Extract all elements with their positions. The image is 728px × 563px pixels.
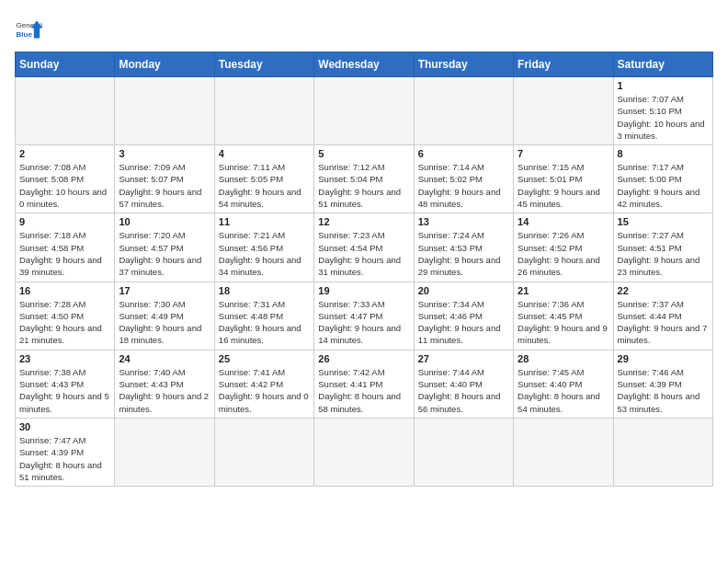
calendar-cell [314, 418, 414, 486]
column-header-thursday: Thursday [414, 52, 513, 77]
day-number: 5 [318, 148, 409, 159]
calendar-cell: 19Sunrise: 7:33 AM Sunset: 4:47 PM Dayli… [314, 282, 414, 350]
day-info: Sunrise: 7:15 AM Sunset: 5:01 PM Dayligh… [518, 161, 609, 210]
calendar-cell [115, 418, 214, 486]
calendar-cell: 7Sunrise: 7:15 AM Sunset: 5:01 PM Daylig… [514, 145, 613, 213]
calendar-cell [414, 418, 513, 486]
calendar-cell [214, 77, 313, 145]
day-info: Sunrise: 7:14 AM Sunset: 5:02 PM Dayligh… [418, 161, 509, 210]
day-number: 1 [618, 80, 709, 91]
day-info: Sunrise: 7:23 AM Sunset: 4:54 PM Dayligh… [318, 229, 409, 278]
calendar-week-row: 9Sunrise: 7:18 AM Sunset: 4:58 PM Daylig… [16, 213, 713, 282]
day-info: Sunrise: 7:27 AM Sunset: 4:51 PM Dayligh… [618, 229, 709, 278]
day-info: Sunrise: 7:20 AM Sunset: 4:57 PM Dayligh… [119, 229, 210, 278]
calendar-cell: 25Sunrise: 7:41 AM Sunset: 4:42 PM Dayli… [214, 350, 313, 418]
calendar-cell: 5Sunrise: 7:12 AM Sunset: 5:04 PM Daylig… [314, 145, 414, 213]
column-header-sunday: Sunday [16, 52, 115, 77]
calendar-cell: 4Sunrise: 7:11 AM Sunset: 5:05 PM Daylig… [214, 145, 313, 213]
day-info: Sunrise: 7:34 AM Sunset: 4:46 PM Dayligh… [418, 298, 509, 347]
day-number: 11 [219, 216, 310, 227]
calendar-cell: 3Sunrise: 7:09 AM Sunset: 5:07 PM Daylig… [115, 145, 214, 213]
day-number: 28 [518, 353, 609, 364]
calendar-cell: 2Sunrise: 7:08 AM Sunset: 5:08 PM Daylig… [16, 145, 115, 213]
day-number: 8 [618, 148, 709, 159]
day-number: 23 [19, 353, 110, 364]
day-number: 17 [119, 285, 210, 296]
calendar-cell: 9Sunrise: 7:18 AM Sunset: 4:58 PM Daylig… [16, 213, 115, 282]
calendar-cell: 16Sunrise: 7:28 AM Sunset: 4:50 PM Dayli… [16, 282, 115, 350]
logo: General Blue [15, 15, 44, 44]
day-number: 2 [19, 148, 110, 159]
calendar-week-row: 2Sunrise: 7:08 AM Sunset: 5:08 PM Daylig… [16, 145, 713, 213]
calendar-table: SundayMondayTuesdayWednesdayThursdayFrid… [15, 52, 713, 487]
day-info: Sunrise: 7:42 AM Sunset: 4:41 PM Dayligh… [318, 366, 409, 415]
calendar-cell [613, 418, 712, 486]
day-info: Sunrise: 7:08 AM Sunset: 5:08 PM Dayligh… [19, 161, 110, 210]
day-info: Sunrise: 7:40 AM Sunset: 4:43 PM Dayligh… [119, 366, 210, 415]
day-info: Sunrise: 7:36 AM Sunset: 4:45 PM Dayligh… [518, 298, 609, 347]
calendar-cell: 29Sunrise: 7:46 AM Sunset: 4:39 PM Dayli… [613, 350, 712, 418]
header: General Blue [15, 15, 713, 44]
day-info: Sunrise: 7:38 AM Sunset: 4:43 PM Dayligh… [19, 366, 110, 415]
day-info: Sunrise: 7:11 AM Sunset: 5:05 PM Dayligh… [219, 161, 310, 210]
day-number: 9 [19, 216, 110, 227]
calendar-cell: 21Sunrise: 7:36 AM Sunset: 4:45 PM Dayli… [514, 282, 613, 350]
calendar-week-row: 1Sunrise: 7:07 AM Sunset: 5:10 PM Daylig… [16, 77, 713, 145]
calendar-cell: 23Sunrise: 7:38 AM Sunset: 4:43 PM Dayli… [16, 350, 115, 418]
day-number: 30 [19, 421, 110, 432]
calendar-cell: 22Sunrise: 7:37 AM Sunset: 4:44 PM Dayli… [613, 282, 712, 350]
calendar-cell [514, 418, 613, 486]
day-number: 7 [518, 148, 609, 159]
day-number: 22 [618, 285, 709, 296]
day-number: 18 [219, 285, 310, 296]
day-number: 10 [119, 216, 210, 227]
calendar-cell: 27Sunrise: 7:44 AM Sunset: 4:40 PM Dayli… [414, 350, 513, 418]
day-info: Sunrise: 7:45 AM Sunset: 4:40 PM Dayligh… [518, 366, 609, 415]
day-info: Sunrise: 7:31 AM Sunset: 4:48 PM Dayligh… [219, 298, 310, 347]
day-info: Sunrise: 7:44 AM Sunset: 4:40 PM Dayligh… [418, 366, 509, 415]
calendar-cell: 8Sunrise: 7:17 AM Sunset: 5:00 PM Daylig… [613, 145, 712, 213]
day-info: Sunrise: 7:21 AM Sunset: 4:56 PM Dayligh… [219, 229, 310, 278]
calendar-cell: 15Sunrise: 7:27 AM Sunset: 4:51 PM Dayli… [613, 213, 712, 282]
day-number: 26 [318, 353, 409, 364]
calendar-cell [414, 77, 513, 145]
calendar-cell: 10Sunrise: 7:20 AM Sunset: 4:57 PM Dayli… [115, 213, 214, 282]
calendar-cell: 6Sunrise: 7:14 AM Sunset: 5:02 PM Daylig… [414, 145, 513, 213]
svg-text:Blue: Blue [17, 30, 33, 39]
calendar-cell: 13Sunrise: 7:24 AM Sunset: 4:53 PM Dayli… [414, 213, 513, 282]
day-number: 6 [418, 148, 509, 159]
day-number: 29 [618, 353, 709, 364]
calendar-cell: 14Sunrise: 7:26 AM Sunset: 4:52 PM Dayli… [514, 213, 613, 282]
day-info: Sunrise: 7:47 AM Sunset: 4:39 PM Dayligh… [19, 434, 110, 483]
day-info: Sunrise: 7:07 AM Sunset: 5:10 PM Dayligh… [618, 93, 709, 142]
day-number: 25 [219, 353, 310, 364]
generalblue-logo-icon: General Blue [15, 15, 44, 44]
day-info: Sunrise: 7:30 AM Sunset: 4:49 PM Dayligh… [119, 298, 210, 347]
calendar-week-row: 16Sunrise: 7:28 AM Sunset: 4:50 PM Dayli… [16, 282, 713, 350]
day-number: 19 [318, 285, 409, 296]
day-number: 27 [418, 353, 509, 364]
column-header-friday: Friday [514, 52, 613, 77]
column-header-monday: Monday [115, 52, 214, 77]
day-info: Sunrise: 7:37 AM Sunset: 4:44 PM Dayligh… [618, 298, 709, 347]
day-number: 4 [219, 148, 310, 159]
calendar-cell: 17Sunrise: 7:30 AM Sunset: 4:49 PM Dayli… [115, 282, 214, 350]
day-number: 20 [418, 285, 509, 296]
day-number: 3 [119, 148, 210, 159]
calendar-cell [214, 418, 313, 486]
calendar-cell: 18Sunrise: 7:31 AM Sunset: 4:48 PM Dayli… [214, 282, 313, 350]
column-header-wednesday: Wednesday [314, 52, 414, 77]
calendar-cell: 30Sunrise: 7:47 AM Sunset: 4:39 PM Dayli… [16, 418, 115, 486]
calendar-cell: 28Sunrise: 7:45 AM Sunset: 4:40 PM Dayli… [514, 350, 613, 418]
day-info: Sunrise: 7:24 AM Sunset: 4:53 PM Dayligh… [418, 229, 509, 278]
day-info: Sunrise: 7:46 AM Sunset: 4:39 PM Dayligh… [618, 366, 709, 415]
calendar-cell: 20Sunrise: 7:34 AM Sunset: 4:46 PM Dayli… [414, 282, 513, 350]
calendar-cell [314, 77, 414, 145]
day-number: 16 [19, 285, 110, 296]
calendar-cell: 1Sunrise: 7:07 AM Sunset: 5:10 PM Daylig… [613, 77, 712, 145]
day-number: 12 [318, 216, 409, 227]
day-info: Sunrise: 7:41 AM Sunset: 4:42 PM Dayligh… [219, 366, 310, 415]
calendar-week-row: 30Sunrise: 7:47 AM Sunset: 4:39 PM Dayli… [16, 418, 713, 486]
day-number: 15 [618, 216, 709, 227]
day-info: Sunrise: 7:26 AM Sunset: 4:52 PM Dayligh… [518, 229, 609, 278]
